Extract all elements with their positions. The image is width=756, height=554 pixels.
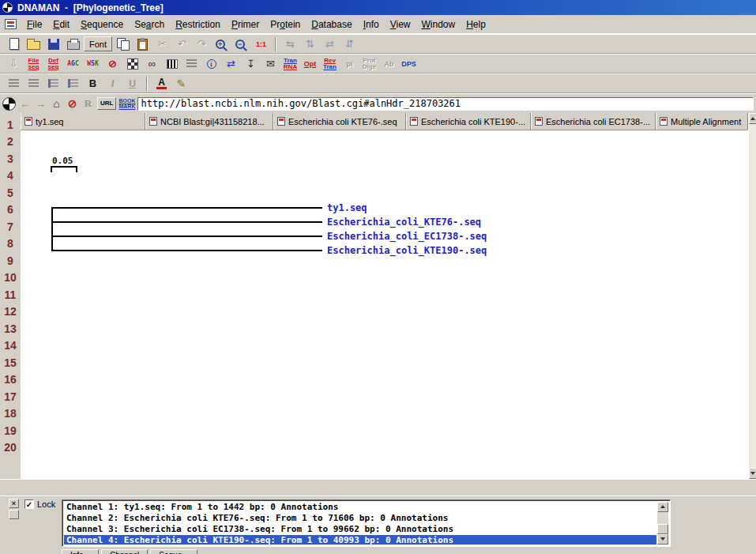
align-justify-button[interactable] <box>24 75 43 92</box>
home-icon[interactable] <box>50 97 63 110</box>
channel-number[interactable]: 17 <box>0 388 21 405</box>
sequence-codes-button[interactable]: WSK <box>84 55 102 73</box>
panel-tab-seque[interactable]: Seque... <box>150 549 197 554</box>
underline-button[interactable]: U <box>123 75 141 92</box>
dot-matrix-button[interactable] <box>123 55 141 73</box>
load-to-channel-button[interactable]: ↧ <box>242 55 260 73</box>
get-sequence-button[interactable]: ⇩ <box>5 55 23 73</box>
tab-escherichia-coli-kte76-seq[interactable]: Escherichia coli KTE76-.seq <box>273 113 406 130</box>
menu-protein[interactable]: Protein <box>265 17 306 32</box>
menu-window[interactable]: Window <box>416 17 461 32</box>
channel-number[interactable]: 8 <box>0 236 21 253</box>
channel-row[interactable]: Channel 3: Escherichia coli EC1738-.seq:… <box>64 524 656 535</box>
align-left-button[interactable] <box>5 75 23 92</box>
channel-number[interactable]: 20 <box>0 439 21 457</box>
send-mail-button[interactable]: ✉ <box>261 55 280 73</box>
menu-edit[interactable]: Edit <box>47 17 75 32</box>
channel-row[interactable]: Channel 4: Escherichia coli KTE190-.seq:… <box>64 535 656 545</box>
sequence-info-button[interactable]: i <box>202 55 220 73</box>
channel-number[interactable]: 11 <box>0 286 21 303</box>
bold-button[interactable]: B <box>84 75 102 92</box>
bookmark-button[interactable]: BOOK MARK <box>118 98 135 109</box>
italic-button[interactable]: I <box>103 75 122 92</box>
pair-align-button[interactable]: ⇄ <box>222 55 240 73</box>
open-button[interactable] <box>24 36 43 53</box>
sequence-list-button[interactable] <box>182 55 201 73</box>
channel-number[interactable]: 3 <box>0 150 21 168</box>
print-button[interactable] <box>64 36 82 53</box>
channel-row[interactable]: Channel 2: Escherichia coli KTE76-.seq: … <box>64 513 656 524</box>
channel-number[interactable]: 7 <box>0 218 21 236</box>
channel-number[interactable]: 9 <box>0 252 21 269</box>
channel-number[interactable]: 19 <box>0 422 21 439</box>
menu-restriction[interactable]: Restriction <box>170 17 226 32</box>
scroll-down-icon[interactable] <box>749 468 756 479</box>
listbox-scrollbar[interactable] <box>657 502 668 545</box>
channel-number[interactable]: 18 <box>0 405 21 423</box>
draw-pencil-button[interactable]: ✎ <box>172 75 190 92</box>
tab-escherichia-coli-ec1738[interactable]: Escherichia coli EC1738-... <box>531 113 656 130</box>
tab-ty1-seq[interactable]: ty1.seq <box>21 113 145 130</box>
panel-close-button[interactable]: × <box>9 499 19 508</box>
file-seq-button[interactable]: Fileseq <box>24 55 43 73</box>
redo-button[interactable]: ↷ <box>193 36 211 53</box>
rev-tran-button[interactable]: RevTran <box>321 55 339 73</box>
ab-button[interactable]: Ab <box>380 55 398 73</box>
menu-file[interactable]: File <box>21 17 47 32</box>
listbox-scroll-down-icon[interactable] <box>657 534 668 545</box>
vertical-scrollbar[interactable] <box>748 113 756 479</box>
channel-number[interactable]: 13 <box>0 320 21 337</box>
channel-number[interactable]: 1 <box>0 116 21 134</box>
def-seq-button[interactable]: Defseq <box>44 55 62 73</box>
tab-escherichia-coli-kte190[interactable]: Escherichia coli KTE190-... <box>406 113 531 130</box>
lock-checkbox[interactable] <box>24 499 34 509</box>
channel-number[interactable]: 2 <box>0 134 21 151</box>
document-icon[interactable] <box>5 19 17 29</box>
panel-pin-button[interactable] <box>9 510 19 519</box>
remove-sequence-button[interactable]: ⊘ <box>103 55 122 73</box>
sequence-colors-button[interactable]: AGC <box>64 55 82 73</box>
opt-button[interactable]: Opt <box>301 55 319 73</box>
tran-rna-button[interactable]: TranRNA <box>281 55 299 73</box>
panel-tab-info[interactable]: Info... <box>62 549 99 554</box>
menu-sequence[interactable]: Sequence <box>75 17 129 32</box>
scroll-up-icon[interactable] <box>749 113 756 124</box>
copy-button[interactable] <box>114 36 132 53</box>
restriction-map-button[interactable] <box>163 55 181 73</box>
channel-number[interactable]: 14 <box>0 337 21 355</box>
prot-dige-button[interactable]: ProtDige <box>360 55 378 73</box>
menu-primer[interactable]: Primer <box>226 17 265 32</box>
channel-number[interactable]: 15 <box>0 354 21 371</box>
forward-icon[interactable] <box>34 98 47 110</box>
tab-ncbi-blast-gi-431158218[interactable]: NCBI Blast:gi|431158218... <box>145 113 273 130</box>
menu-database[interactable]: Database <box>306 17 357 32</box>
url-button[interactable]: URL <box>97 97 116 110</box>
distribute-vertical-button[interactable]: ⇅ <box>301 36 319 53</box>
menu-view[interactable]: View <box>385 17 416 32</box>
dps-button[interactable]: DPS <box>400 55 418 73</box>
actual-size-button[interactable]: 1:1 <box>252 36 270 53</box>
save-button[interactable] <box>44 36 62 53</box>
undo-button[interactable]: ↶ <box>173 36 191 53</box>
channel-number[interactable]: 10 <box>0 269 21 287</box>
fit-width-button[interactable]: ⇄ <box>321 36 339 53</box>
channel-number[interactable]: 12 <box>0 303 21 321</box>
menu-help[interactable]: Help <box>461 17 491 32</box>
channel-number[interactable]: 5 <box>0 184 21 202</box>
zoom-out-button[interactable]: − <box>232 36 250 53</box>
channel-number[interactable]: 16 <box>0 371 21 389</box>
find-sequence-button[interactable]: ∞ <box>143 55 161 73</box>
new-button[interactable] <box>5 36 23 53</box>
back-icon[interactable] <box>18 98 32 110</box>
listbox-scroll-thumb[interactable] <box>657 524 668 534</box>
menu-info[interactable]: Info <box>358 17 385 32</box>
channel-row[interactable]: Channel 1: ty1.seq: From 1 to 1442 bp: 0… <box>64 502 656 513</box>
font-button[interactable]: Font <box>84 36 112 51</box>
url-input[interactable] <box>137 97 754 111</box>
cut-button[interactable]: ✂ <box>153 36 171 53</box>
reload-button[interactable]: R <box>81 97 95 110</box>
panel-tab-channel[interactable]: Channel <box>101 549 148 554</box>
stop-icon[interactable] <box>66 97 79 110</box>
pi-button[interactable]: pI <box>340 55 359 73</box>
zoom-in-button[interactable]: + <box>213 36 231 53</box>
